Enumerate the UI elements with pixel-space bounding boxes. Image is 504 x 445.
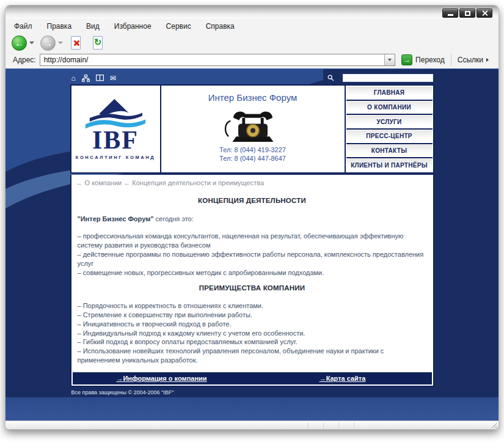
links-label: Ссылки [458, 56, 483, 64]
section-heading-advantages: ПРЕИМУЩЕСТВА КОМПАНИИ [78, 284, 427, 293]
advantage-item: – Инициативность и творческий подход в р… [78, 320, 427, 329]
concept-list: – профессиональная команда консультантов… [78, 232, 427, 277]
logo-subtitle: КОНСАЛТИНГ КОМАНД [76, 155, 156, 160]
phone-numbers: Тел: 8 (044) 419-3227Тел: 8 (044) 447-86… [161, 145, 345, 163]
search-input[interactable] [343, 74, 433, 82]
main-content-box: ← О компании ← Концепция деятельности и … [70, 175, 434, 387]
go-label: Переход [415, 56, 445, 64]
phone-number: Тел: 8 (044) 419-3227 [161, 145, 345, 154]
back-dropdown-icon[interactable] [29, 42, 34, 44]
minimize-button[interactable] [442, 9, 458, 18]
address-bar: Адрес: → Переход Ссылки [5, 53, 499, 68]
maximize-button[interactable] [459, 9, 475, 18]
statusbar-divider [323, 422, 324, 428]
nav-button[interactable]: ГЛАВНАЯ [346, 86, 433, 100]
browser-viewport: ⌂ ✉ [5, 68, 499, 421]
links-toolbar[interactable]: Ссылки [451, 54, 494, 66]
menu-item[interactable]: Справка [206, 22, 235, 31]
logo-block[interactable]: IBF КОНСАЛТИНГ КОМАНД [71, 86, 161, 172]
go-icon: → [401, 54, 412, 65]
nav-button[interactable]: КОНТАКТЫ [346, 144, 433, 158]
site-header: IBF КОНСАЛТИНГ КОМАНД Интер Бизнес Форум [70, 84, 434, 174]
menu-item[interactable]: Избранное [114, 22, 152, 31]
footer-wave-band [5, 397, 499, 421]
browser-window: ФайлПравкаВидИзбранноеСервисСправка ← → … [5, 5, 499, 430]
back-icon: ← [15, 39, 24, 48]
menu-item[interactable]: Вид [86, 22, 100, 31]
breadcrumb[interactable]: ← О компании ← Концепция деятельности и … [71, 175, 433, 188]
footer-link[interactable]: →Информация о компании [71, 375, 252, 382]
stop-button[interactable] [69, 35, 82, 51]
print-icon[interactable] [96, 75, 104, 81]
refresh-icon: ↻ [91, 37, 104, 48]
statusbar-divider [308, 422, 309, 428]
advantage-item: – Стремление к совершенству при выполнен… [78, 311, 427, 320]
address-dropdown-button[interactable] [384, 54, 395, 65]
back-button[interactable]: ← [12, 35, 27, 51]
logo-text: IBF [92, 130, 139, 152]
nav-button[interactable]: КЛИЕНТЫ И ПАРТНЁРЫ [346, 158, 433, 172]
statusbar-divider [354, 422, 354, 428]
nav-button[interactable]: ПРЕСС-ЦЕНТР [346, 130, 433, 143]
site-title: Интер Бизнес Форум [161, 92, 345, 103]
site-container: ⌂ ✉ [70, 72, 434, 395]
site-utility-bar: ⌂ ✉ [70, 72, 434, 84]
address-field-wrap [40, 54, 395, 66]
stop-icon [73, 40, 79, 46]
forward-button[interactable]: → [40, 35, 56, 51]
concept-item: – профессиональная команда консультантов… [78, 232, 427, 250]
sitemap-icon[interactable] [82, 75, 90, 82]
search-icon [327, 75, 334, 81]
home-icon[interactable]: ⌂ [71, 75, 76, 82]
main-navigation: ГЛАВНАЯО КОМПАНИИУСЛУГИПРЕСС-ЦЕНТРКОНТАК… [346, 86, 433, 172]
section-heading-concept: КОНЦЕПЦИЯ ДЕЯТЕЛЬНОСТИ [78, 196, 427, 206]
page-content: КОНЦЕПЦИЯ ДЕЯТЕЛЬНОСТИ "Интер Бизнес Фор… [71, 188, 433, 371]
header-center: Интер Бизнес Форум Тел: 8 (044) 419-3227 [161, 86, 346, 172]
window-controls [442, 9, 492, 18]
phone-number: Тел: 8 (044) 447-8647 [161, 154, 345, 163]
advantage-item: – Использование новейших технологий упра… [78, 347, 427, 365]
window-titlebar[interactable] [5, 6, 499, 19]
refresh-button[interactable]: ↻ [91, 35, 104, 51]
mail-icon[interactable]: ✉ [110, 75, 116, 82]
minimize-icon [448, 14, 453, 16]
advantage-item: – Порядочность и корректность в отношени… [78, 301, 427, 311]
advantages-list: – Порядочность и корректность в отношени… [78, 301, 427, 365]
telephone-image [217, 105, 289, 144]
advantage-item: – Гибкий подход к вопросу оплаты предост… [78, 337, 427, 347]
site-footer-bar: →Информация о компании→Карта сайта [71, 371, 433, 386]
menu-bar: ФайлПравкаВидИзбранноеСервисСправка [5, 19, 499, 33]
intro-line: "Интер Бизнес Форум" сегодня это: [78, 215, 427, 224]
address-label: Адрес: [13, 56, 36, 64]
forward-icon: → [43, 39, 53, 48]
advantage-item: – Индивидуальный подход к каждому клиент… [78, 329, 427, 338]
nav-button[interactable]: УСЛУГИ [346, 115, 433, 128]
menu-item[interactable]: Сервис [166, 22, 191, 31]
company-name: "Интер Бизнес Форум" [78, 215, 154, 223]
address-input[interactable] [40, 54, 384, 65]
menu-item[interactable]: Правка [47, 22, 72, 31]
chevron-right-icon [486, 58, 489, 62]
statusbar-divider [338, 422, 339, 428]
concept-item: – действенные программы по повышению эфф… [78, 250, 427, 268]
nav-button[interactable]: О КОМПАНИИ [346, 101, 433, 114]
close-button[interactable] [477, 9, 492, 18]
concept-item: – совмещение новых, прогрессивных методи… [78, 268, 427, 278]
maximize-icon [465, 11, 470, 16]
footer-link[interactable]: →Карта сайта [252, 375, 433, 382]
navigation-toolbar: ← → ↻ [5, 33, 499, 53]
go-button[interactable]: → Переход [399, 54, 447, 65]
chevron-down-icon [388, 59, 392, 61]
close-icon [481, 10, 488, 17]
menu-item[interactable]: Файл [14, 22, 32, 31]
copyright-text: Все права защищены © 2004-2006 "IBF" [70, 387, 434, 395]
status-bar [5, 421, 499, 429]
forward-dropdown-icon[interactable] [58, 42, 63, 44]
resize-grip[interactable] [491, 422, 497, 428]
